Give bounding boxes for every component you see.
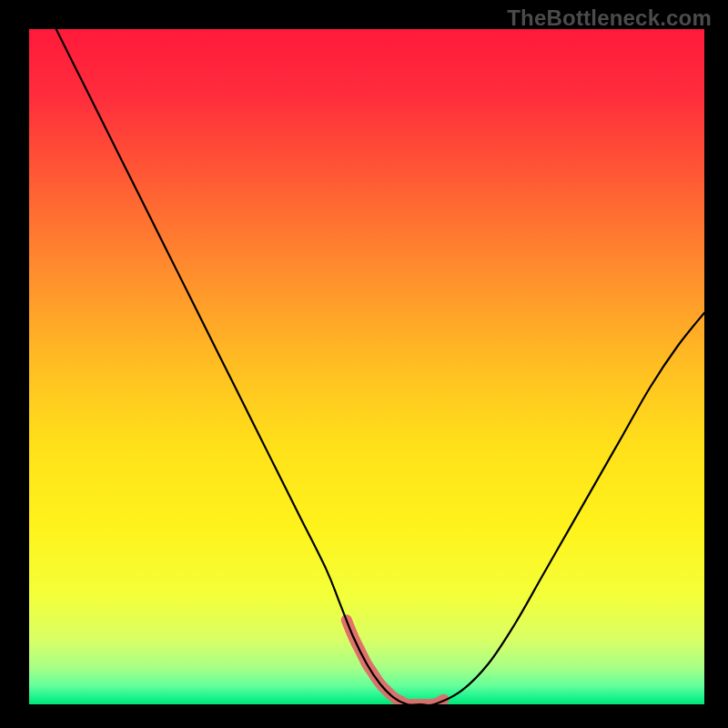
bottleneck-curve-line: [56, 29, 704, 704]
stage: TheBottleneck.com: [0, 0, 728, 728]
chart-curve: [29, 29, 704, 704]
sweet-spot-highlight: [347, 620, 444, 704]
watermark-text: TheBottleneck.com: [507, 5, 712, 31]
plot-area: [29, 29, 704, 704]
